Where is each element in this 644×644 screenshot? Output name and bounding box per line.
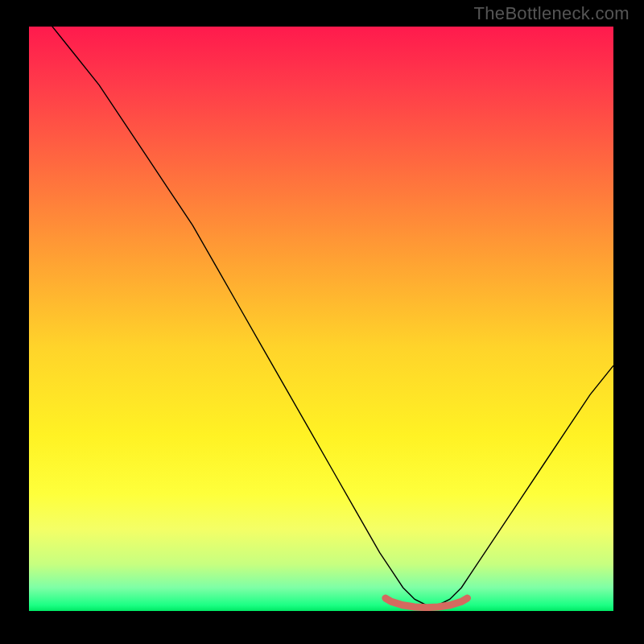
- chart-container: TheBottleneck.com: [0, 0, 644, 644]
- watermark-label: TheBottleneck.com: [474, 3, 630, 24]
- optimal-marker: [386, 598, 468, 608]
- bottleneck-curve: [29, 27, 613, 605]
- chart-svg: [29, 27, 613, 611]
